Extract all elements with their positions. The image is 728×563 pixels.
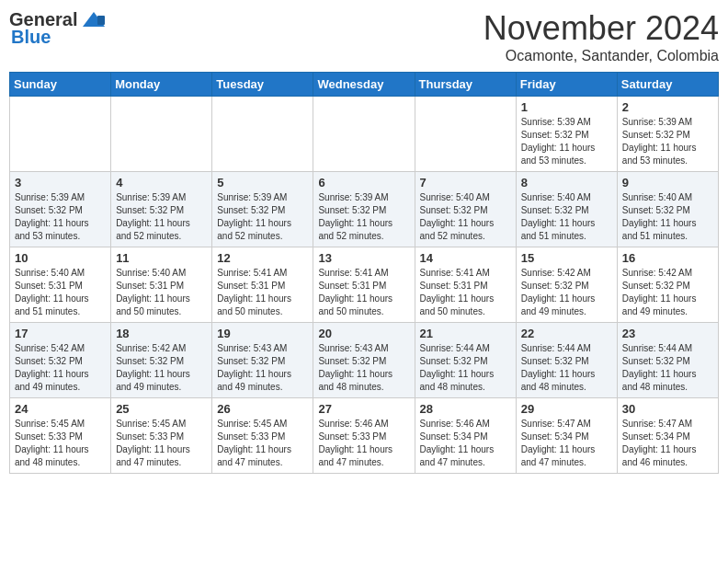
calendar-cell: 5Sunrise: 5:39 AM Sunset: 5:32 PM Daylig… <box>212 172 313 247</box>
calendar-cell: 6Sunrise: 5:39 AM Sunset: 5:32 PM Daylig… <box>313 172 415 247</box>
calendar-cell <box>111 97 212 172</box>
weekday-header-monday: Monday <box>111 73 212 97</box>
calendar-cell: 29Sunrise: 5:47 AM Sunset: 5:34 PM Dayli… <box>516 398 617 474</box>
day-info: Sunrise: 5:41 AM Sunset: 5:31 PM Dayligh… <box>217 267 308 318</box>
title-block: November 2024 Ocamonte, Santander, Colom… <box>483 9 719 64</box>
day-number: 23 <box>622 327 713 340</box>
day-info: Sunrise: 5:43 AM Sunset: 5:32 PM Dayligh… <box>217 342 308 394</box>
calendar-cell: 10Sunrise: 5:40 AM Sunset: 5:31 PM Dayli… <box>10 247 111 323</box>
calendar-cell <box>313 97 415 172</box>
day-info: Sunrise: 5:40 AM Sunset: 5:32 PM Dayligh… <box>521 191 612 243</box>
day-number: 24 <box>15 402 106 416</box>
day-number: 2 <box>622 100 713 114</box>
day-info: Sunrise: 5:41 AM Sunset: 5:31 PM Dayligh… <box>420 267 511 318</box>
day-info: Sunrise: 5:45 AM Sunset: 5:33 PM Dayligh… <box>217 418 308 469</box>
day-info: Sunrise: 5:47 AM Sunset: 5:34 PM Dayligh… <box>521 418 612 469</box>
day-info: Sunrise: 5:46 AM Sunset: 5:33 PM Dayligh… <box>318 418 409 469</box>
calendar-cell: 14Sunrise: 5:41 AM Sunset: 5:31 PM Dayli… <box>415 247 516 323</box>
day-number: 5 <box>217 176 308 190</box>
day-number: 11 <box>116 251 207 265</box>
calendar-cell: 17Sunrise: 5:42 AM Sunset: 5:32 PM Dayli… <box>10 323 111 398</box>
day-number: 4 <box>116 176 207 190</box>
day-number: 9 <box>622 176 713 190</box>
calendar-cell: 4Sunrise: 5:39 AM Sunset: 5:32 PM Daylig… <box>111 172 212 247</box>
day-info: Sunrise: 5:40 AM Sunset: 5:31 PM Dayligh… <box>116 267 207 318</box>
day-info: Sunrise: 5:46 AM Sunset: 5:34 PM Dayligh… <box>420 418 511 469</box>
day-number: 6 <box>318 176 409 190</box>
day-info: Sunrise: 5:44 AM Sunset: 5:32 PM Dayligh… <box>622 342 713 394</box>
day-number: 17 <box>15 327 106 340</box>
page-header: General Blue November 2024 Ocamonte, San… <box>9 9 719 64</box>
day-info: Sunrise: 5:42 AM Sunset: 5:32 PM Dayligh… <box>622 267 713 318</box>
day-number: 7 <box>420 176 511 190</box>
calendar-cell: 12Sunrise: 5:41 AM Sunset: 5:31 PM Dayli… <box>212 247 313 323</box>
logo-blue: Blue <box>11 27 51 48</box>
calendar-cell: 21Sunrise: 5:44 AM Sunset: 5:32 PM Dayli… <box>415 323 516 398</box>
calendar-cell: 1Sunrise: 5:39 AM Sunset: 5:32 PM Daylig… <box>516 97 617 172</box>
day-number: 1 <box>521 100 612 114</box>
day-info: Sunrise: 5:39 AM Sunset: 5:32 PM Dayligh… <box>318 191 409 243</box>
day-info: Sunrise: 5:39 AM Sunset: 5:32 PM Dayligh… <box>622 116 713 167</box>
day-info: Sunrise: 5:42 AM Sunset: 5:32 PM Dayligh… <box>116 342 207 394</box>
day-number: 20 <box>318 327 409 340</box>
day-number: 30 <box>622 402 713 416</box>
calendar-cell: 11Sunrise: 5:40 AM Sunset: 5:31 PM Dayli… <box>111 247 212 323</box>
calendar-week-row: 17Sunrise: 5:42 AM Sunset: 5:32 PM Dayli… <box>10 323 719 398</box>
logo: General Blue <box>9 9 107 48</box>
day-info: Sunrise: 5:40 AM Sunset: 5:32 PM Dayligh… <box>420 191 511 243</box>
weekday-header-saturday: Saturday <box>617 73 718 97</box>
calendar-cell: 16Sunrise: 5:42 AM Sunset: 5:32 PM Dayli… <box>617 247 718 323</box>
day-number: 8 <box>521 176 612 190</box>
calendar-cell: 26Sunrise: 5:45 AM Sunset: 5:33 PM Dayli… <box>212 398 313 474</box>
logo-icon <box>81 10 107 30</box>
calendar-cell: 20Sunrise: 5:43 AM Sunset: 5:32 PM Dayli… <box>313 323 415 398</box>
day-number: 19 <box>217 327 308 340</box>
weekday-header-tuesday: Tuesday <box>212 73 313 97</box>
calendar-cell: 25Sunrise: 5:45 AM Sunset: 5:33 PM Dayli… <box>111 398 212 474</box>
day-number: 25 <box>116 402 207 416</box>
day-info: Sunrise: 5:40 AM Sunset: 5:31 PM Dayligh… <box>15 267 106 318</box>
day-number: 21 <box>420 327 511 340</box>
calendar-cell: 22Sunrise: 5:44 AM Sunset: 5:32 PM Dayli… <box>516 323 617 398</box>
day-info: Sunrise: 5:42 AM Sunset: 5:32 PM Dayligh… <box>521 267 612 318</box>
calendar-cell: 3Sunrise: 5:39 AM Sunset: 5:32 PM Daylig… <box>10 172 111 247</box>
day-info: Sunrise: 5:44 AM Sunset: 5:32 PM Dayligh… <box>521 342 612 394</box>
calendar-table: SundayMondayTuesdayWednesdayThursdayFrid… <box>9 72 719 474</box>
calendar-cell: 19Sunrise: 5:43 AM Sunset: 5:32 PM Dayli… <box>212 323 313 398</box>
day-info: Sunrise: 5:41 AM Sunset: 5:31 PM Dayligh… <box>318 267 409 318</box>
day-info: Sunrise: 5:45 AM Sunset: 5:33 PM Dayligh… <box>116 418 207 469</box>
day-number: 12 <box>217 251 308 265</box>
day-info: Sunrise: 5:47 AM Sunset: 5:34 PM Dayligh… <box>622 418 713 469</box>
weekday-header-sunday: Sunday <box>10 73 111 97</box>
day-number: 27 <box>318 402 409 416</box>
calendar-week-row: 1Sunrise: 5:39 AM Sunset: 5:32 PM Daylig… <box>10 97 719 172</box>
location-title: Ocamonte, Santander, Colombia <box>483 48 719 64</box>
day-info: Sunrise: 5:39 AM Sunset: 5:32 PM Dayligh… <box>15 191 106 243</box>
calendar-cell: 13Sunrise: 5:41 AM Sunset: 5:31 PM Dayli… <box>313 247 415 323</box>
calendar-cell: 7Sunrise: 5:40 AM Sunset: 5:32 PM Daylig… <box>415 172 516 247</box>
weekday-header-friday: Friday <box>516 73 617 97</box>
day-info: Sunrise: 5:40 AM Sunset: 5:32 PM Dayligh… <box>622 191 713 243</box>
day-number: 18 <box>116 327 207 340</box>
day-number: 22 <box>521 327 612 340</box>
day-number: 14 <box>420 251 511 265</box>
day-info: Sunrise: 5:39 AM Sunset: 5:32 PM Dayligh… <box>521 116 612 167</box>
day-info: Sunrise: 5:44 AM Sunset: 5:32 PM Dayligh… <box>420 342 511 394</box>
calendar-cell: 2Sunrise: 5:39 AM Sunset: 5:32 PM Daylig… <box>617 97 718 172</box>
calendar-cell: 28Sunrise: 5:46 AM Sunset: 5:34 PM Dayli… <box>415 398 516 474</box>
day-number: 29 <box>521 402 612 416</box>
calendar-cell: 30Sunrise: 5:47 AM Sunset: 5:34 PM Dayli… <box>617 398 718 474</box>
day-number: 10 <box>15 251 106 265</box>
day-number: 13 <box>318 251 409 265</box>
calendar-cell <box>415 97 516 172</box>
day-number: 16 <box>622 251 713 265</box>
calendar-cell: 24Sunrise: 5:45 AM Sunset: 5:33 PM Dayli… <box>10 398 111 474</box>
day-info: Sunrise: 5:39 AM Sunset: 5:32 PM Dayligh… <box>217 191 308 243</box>
calendar-cell: 18Sunrise: 5:42 AM Sunset: 5:32 PM Dayli… <box>111 323 212 398</box>
day-info: Sunrise: 5:42 AM Sunset: 5:32 PM Dayligh… <box>15 342 106 394</box>
day-number: 3 <box>15 176 106 190</box>
calendar-cell: 23Sunrise: 5:44 AM Sunset: 5:32 PM Dayli… <box>617 323 718 398</box>
weekday-header-row: SundayMondayTuesdayWednesdayThursdayFrid… <box>10 73 719 97</box>
calendar-cell: 27Sunrise: 5:46 AM Sunset: 5:33 PM Dayli… <box>313 398 415 474</box>
calendar-cell <box>212 97 313 172</box>
